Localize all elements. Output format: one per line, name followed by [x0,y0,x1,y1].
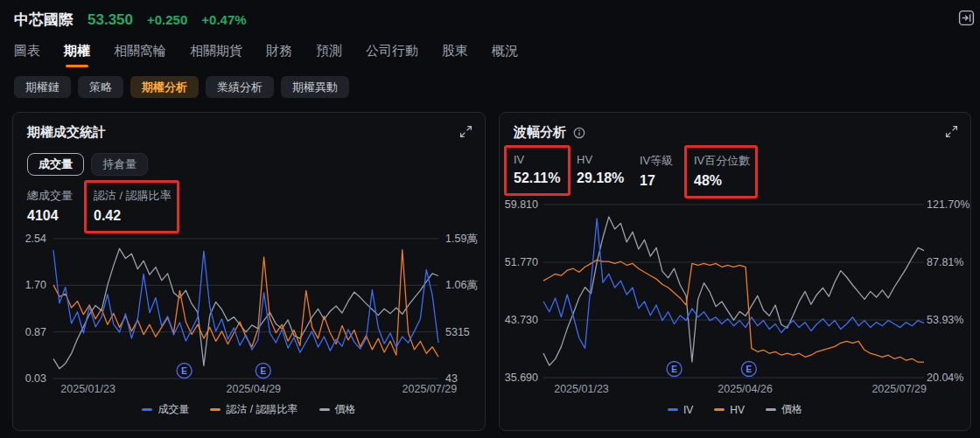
svg-text:E: E [746,365,752,374]
svg-text:121.70%: 121.70% [927,198,970,211]
legend-item-price[interactable]: 價格 [319,402,356,417]
tab-corporate-actions[interactable]: 公司行動 [366,43,418,67]
legend-item-volume[interactable]: 成交量 [142,402,189,417]
tab-shareholders[interactable]: 股東 [442,43,468,67]
svg-text:0.03: 0.03 [25,372,46,385]
legend-item-iv[interactable]: IV [668,402,693,417]
legend-item-hv[interactable]: HV [714,402,745,417]
legend-swatch-icon [668,408,678,411]
svg-text:51.770: 51.770 [505,256,538,268]
volatility-chart[interactable]: 59.810121.70%51.77087.81%43.73053.93%35.… [500,113,972,432]
chart-legend: 成交量 認沽 / 認購比率 價格 [13,402,485,417]
svg-text:53.93%: 53.93% [927,314,963,326]
svg-text:0.87: 0.87 [25,326,46,338]
collapse-panel-button[interactable] [958,10,976,27]
stock-price: 53.350 [88,11,133,29]
legend-swatch-icon [766,408,776,411]
svg-text:2025/01/23: 2025/01/23 [60,383,116,395]
sub-tabs: 期權鏈策略期權分析業績分析期權異動 [14,76,349,98]
tab-overview[interactable]: 概況 [492,43,518,67]
price-change-percent: +0.47% [201,12,246,27]
options-volume-chart[interactable]: 2.541.59萬1.701.06萬0.8753150.03432025/01/… [13,113,486,432]
svg-text:1.70: 1.70 [25,279,46,291]
legend-swatch-icon [319,408,330,411]
legend-swatch-icon [210,408,220,411]
legend-label: 價格 [781,402,802,417]
svg-text:2025/01/23: 2025/01/23 [554,383,609,395]
svg-text:20.04%: 20.04% [927,372,963,384]
tab-related-warrants[interactable]: 相關窩輪 [114,43,166,67]
subtab-earnings-analysis[interactable]: 業績分析 [206,76,274,98]
tab-forecast[interactable]: 預測 [316,43,342,67]
legend-swatch-icon [714,408,724,411]
tab-related-futures[interactable]: 相關期貨 [190,43,242,67]
svg-text:E: E [260,366,266,376]
chart-legend: IV HV 價格 [500,402,970,417]
tab-options[interactable]: 期權 [64,43,90,67]
collapse-right-icon [958,10,975,26]
svg-text:43.730: 43.730 [505,314,538,326]
stock-name: 中芯國際 [14,10,74,30]
legend-label: 認沽 / 認購比率 [226,402,298,417]
svg-text:59.810: 59.810 [505,198,538,211]
price-change: +0.250 [147,12,187,27]
subtab-strategy[interactable]: 策略 [78,76,123,98]
legend-label: IV [683,404,693,416]
legend-label: 價格 [335,402,356,417]
svg-text:2025/07/29: 2025/07/29 [872,383,927,395]
subtab-option-analysis[interactable]: 期權分析 [130,76,199,98]
options-volume-stats-panel: 期權成交統計 成交量持倉量 總成交量 4104 認沽 / 認購比率 0.42 2… [12,112,486,431]
tab-chart[interactable]: 圖表 [14,43,40,67]
legend-label: HV [730,404,745,416]
svg-text:2025/07/29: 2025/07/29 [402,383,458,395]
legend-item-price[interactable]: 價格 [766,402,802,417]
svg-text:2.54: 2.54 [25,233,46,245]
svg-text:E: E [181,366,187,376]
svg-text:2025/04/26: 2025/04/26 [718,383,773,395]
legend-swatch-icon [142,408,152,411]
main-tabs: 圖表期權相關窩輪相關期貨財務預測公司行動股東概況 [14,43,518,67]
svg-text:E: E [671,365,677,374]
svg-text:1.59萬: 1.59萬 [445,233,478,245]
svg-text:5315: 5315 [445,326,470,338]
volatility-analysis-panel: 波幅分析 IV 52.11% HV 29.18% IV等級 17 IV百分位數 … [499,112,971,431]
subtab-option-chain[interactable]: 期權鏈 [14,76,71,98]
tab-financials[interactable]: 財務 [266,43,292,67]
subtab-option-unusual-activity[interactable]: 期權異動 [281,76,349,98]
svg-text:2025/04/29: 2025/04/29 [227,383,282,395]
svg-text:87.81%: 87.81% [927,256,963,268]
stock-header: 中芯國際 53.350 +0.250 +0.47% [14,10,247,30]
app-root: 中芯國際 53.350 +0.250 +0.47% 圖表期權相關窩輪相關期貨財務… [0,0,980,438]
svg-text:1.06萬: 1.06萬 [445,279,478,291]
legend-item-put-call-ratio[interactable]: 認沽 / 認購比率 [210,402,298,417]
svg-text:35.690: 35.690 [505,372,538,384]
legend-label: 成交量 [158,402,189,417]
